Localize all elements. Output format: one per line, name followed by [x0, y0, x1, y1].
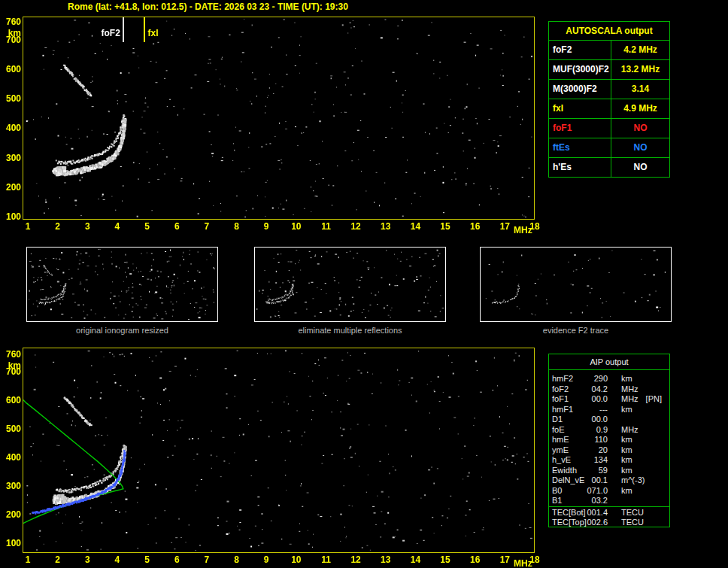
aip-row-B0: B0071.0km — [549, 486, 669, 497]
param-value: 290 — [587, 374, 608, 384]
x-tick-label: 15 — [436, 222, 454, 231]
y-axis-unit: km — [2, 29, 21, 38]
param-value: 001.4 — [587, 508, 608, 518]
param-unit: MHz — [621, 394, 639, 405]
param-value: 071.0 — [587, 486, 608, 497]
param-value: NO — [611, 119, 669, 138]
aip-table-title: AIP output — [549, 354, 669, 370]
param-label: B0 — [549, 486, 587, 497]
y-tick-label: 100 — [2, 539, 21, 548]
param-label: foF2 — [549, 384, 587, 395]
aip-row-hmF1: hmF1---km — [549, 405, 669, 415]
x-tick-label: 18 — [526, 222, 544, 231]
autoscala-row-ftEs: ftEsNO — [549, 138, 669, 158]
param-value: 03.2 — [587, 496, 608, 506]
bottom-ionogram-plot — [23, 348, 535, 553]
aip-row-foE: foE0.9MHz — [549, 425, 669, 436]
panel-eliminate-multiples — [254, 247, 446, 322]
x-tick-label: 17 — [496, 222, 514, 231]
param-value: 110 — [587, 435, 608, 445]
aip-row-D1: D100.0 — [549, 415, 669, 425]
param-value: 00.0 — [587, 415, 608, 425]
param-label: B1 — [549, 496, 587, 506]
aip-row-B1: B103.2 — [549, 496, 669, 506]
bottom-ionogram-canvas — [23, 348, 534, 552]
aip-row-TEC[Bot]: TEC[Bot]001.4TECU — [549, 508, 669, 518]
autoscala-window: Rome (lat: +41.8, lon: 012.5) - DATE: 20… — [0, 0, 728, 568]
x-tick-label: 10 — [287, 555, 305, 564]
y-tick-label: 200 — [2, 510, 21, 519]
autoscala-row-fxI: fxI4.9 MHz — [549, 99, 669, 119]
param-label: foF1 — [549, 394, 587, 405]
param-label: hmE — [549, 435, 587, 445]
param-unit: MHz — [621, 384, 639, 395]
param-unit: km — [621, 466, 632, 476]
x-tick-label: 11 — [317, 222, 335, 231]
param-label: ymE — [549, 445, 587, 456]
x-tick-label: 12 — [347, 222, 365, 231]
x-axis-unit: MHz — [514, 226, 532, 235]
param-label: ftEs — [549, 138, 611, 157]
param-label: foE — [549, 425, 587, 436]
aip-row-foF1: foF100.0MHz[PN] — [549, 394, 669, 405]
param-value: --- — [587, 405, 608, 415]
param-unit: TECU — [621, 518, 644, 527]
x-tick-label: 1 — [19, 555, 37, 564]
param-note: [PN] — [646, 394, 662, 405]
y-tick-label: 400 — [2, 453, 21, 462]
y-axis-unit: km — [2, 361, 21, 370]
panel-f2-canvas — [481, 248, 671, 321]
param-value: 0.9 — [587, 425, 608, 436]
autoscala-row-foF2: foF24.2 MHz — [549, 41, 669, 60]
x-tick-label: 17 — [496, 555, 514, 564]
autoscala-table-title: AUTOSCALA output — [549, 22, 669, 41]
param-value: 134 — [587, 455, 608, 466]
x-tick-label: 8 — [228, 222, 246, 231]
y-tick-label: 100 — [2, 212, 21, 221]
param-label: h_vE — [549, 455, 587, 466]
param-label: MUF(3000)F2 — [549, 60, 611, 79]
aip-tec-rows: TEC[Bot]001.4TECUTEC[Top]002.6TECU — [549, 506, 669, 527]
panel-original-ionogram — [26, 247, 218, 322]
y-tick-label: 300 — [2, 153, 21, 163]
param-value: NO — [611, 158, 669, 177]
x-tick-label: 2 — [49, 222, 67, 231]
x-tick-label: 13 — [377, 222, 395, 231]
x-tick-label: 4 — [108, 555, 126, 564]
x-tick-label: 14 — [406, 222, 424, 231]
param-unit: MHz — [621, 425, 639, 436]
x-tick-label: 9 — [257, 222, 275, 231]
param-label: TEC[Bot] — [549, 508, 587, 518]
autoscala-row-MUF(3000)F2: MUF(3000)F213.2 MHz — [549, 60, 669, 80]
x-tick-label: 1 — [19, 222, 37, 231]
y-tick-label: 600 — [2, 65, 21, 74]
x-tick-label: 6 — [168, 222, 186, 231]
autoscala-row-h'Es: h'EsNO — [549, 158, 669, 177]
y-tick-label: 700 — [2, 367, 21, 376]
y-tick-label: 500 — [2, 94, 21, 103]
panel-caption-f2: evidence F2 trace — [480, 326, 672, 335]
autoscala-row-foF1: foF1NO — [549, 119, 669, 138]
y-tick-label: 700 — [2, 35, 21, 44]
x-tick-label: 16 — [466, 555, 484, 564]
x-tick-label: 9 — [257, 555, 275, 564]
panel-caption-cleaned: eliminate multiple reflections — [254, 326, 446, 335]
param-unit: km — [621, 455, 632, 466]
param-label: D1 — [549, 415, 587, 425]
x-tick-label: 14 — [406, 555, 424, 564]
panel-original-canvas — [27, 248, 217, 321]
param-unit: km — [621, 435, 632, 445]
param-label: M(3000)F2 — [549, 80, 611, 99]
param-value: 04.2 — [587, 384, 608, 395]
param-unit: TECU — [621, 508, 644, 518]
y-tick-label: 760 — [2, 350, 21, 359]
aip-row-TEC[Top]: TEC[Top]002.6TECU — [549, 518, 669, 527]
x-axis-unit: MHz — [514, 559, 532, 568]
x-tick-label: 8 — [228, 555, 246, 564]
x-tick-label: 7 — [198, 222, 216, 231]
param-label: h'Es — [549, 158, 611, 177]
aip-row-h_vE: h_vE134km — [549, 455, 669, 466]
x-tick-label: 3 — [78, 555, 96, 564]
param-unit: km — [621, 374, 632, 384]
param-value: 3.14 — [611, 80, 669, 99]
